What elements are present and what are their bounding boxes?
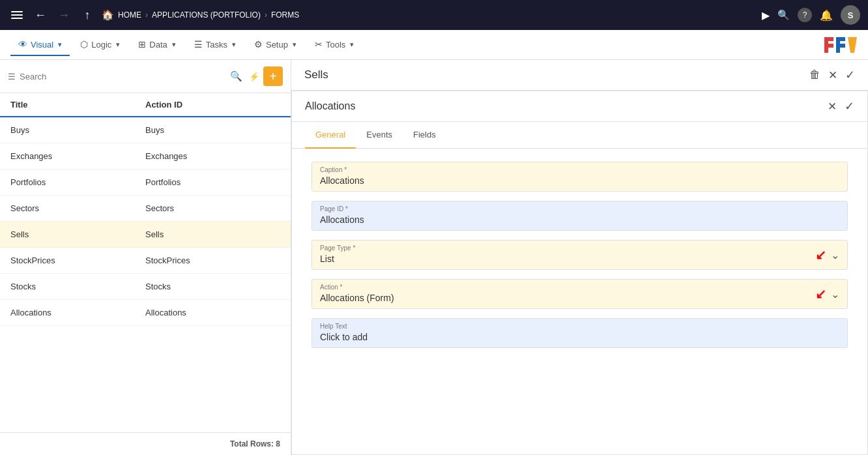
allocations-close-button[interactable]: ✕ <box>828 100 837 113</box>
row-action-id: Exchanges <box>145 151 280 161</box>
action-value: Allocations (Form) <box>320 293 394 303</box>
tools-dropdown-icon: ▾ <box>350 40 354 49</box>
tab-events-label: Events <box>366 130 392 139</box>
help-button[interactable]: ? <box>798 8 812 22</box>
list-item[interactable]: Exchanges Exchanges <box>0 143 291 169</box>
menu-button[interactable] <box>8 6 26 24</box>
avatar[interactable]: S <box>841 5 860 25</box>
search-icon: 🔍 <box>230 70 242 82</box>
tab-fields[interactable]: Fields <box>403 122 446 149</box>
confirm-button[interactable]: ✓ <box>845 68 855 82</box>
secondary-nav-tabs: 👁 Visual ▾ ⬡ Logic ▾ ⊞ Data ▾ ☰ Tasks ▾ … <box>10 34 362 55</box>
row-action-id: Sells <box>145 229 280 239</box>
tab-setup-label: Setup <box>266 40 288 50</box>
action-field[interactable]: Action * Allocations (Form) ⌄ ↙ <box>311 279 848 309</box>
tab-logic[interactable]: ⬡ Logic ▾ <box>72 34 128 56</box>
main-layout: ☰ 🔍 ⚡ + Title Action ID Buys Buys Exchan… <box>0 60 868 455</box>
forward-button[interactable]: → <box>55 6 73 24</box>
list-item[interactable]: Allocations Allocations <box>0 300 291 326</box>
caption-value: Allocations <box>320 175 364 186</box>
tab-data[interactable]: ⊞ Data ▾ <box>130 34 183 56</box>
close-button[interactable]: ✕ <box>828 68 837 82</box>
column-title: Title <box>10 100 145 110</box>
breadcrumb-sep-2: › <box>265 10 267 20</box>
flash-icon[interactable]: ⚡ <box>249 72 259 81</box>
row-title: Sectors <box>10 203 145 213</box>
help-text-value: Click to add <box>320 332 368 342</box>
tab-tasks[interactable]: ☰ Tasks ▾ <box>186 34 244 56</box>
play-button[interactable]: ▶ <box>762 9 770 22</box>
list-item[interactable]: Sectors Sectors <box>0 196 291 222</box>
app-label[interactable]: APPLICATIONS (PORTFOLIO) <box>152 10 261 20</box>
tab-general[interactable]: General <box>305 122 356 149</box>
top-nav-left: ← → ↑ 🏠 HOME › APPLICATIONS (PORTFOLIO) … <box>8 6 757 24</box>
tab-setup[interactable]: ⚙ Setup ▾ <box>246 34 304 56</box>
row-title: StockPrices <box>10 256 145 265</box>
tab-tools[interactable]: ✂ Tools ▾ <box>307 34 362 56</box>
five-logo: FIVE <box>822 36 858 54</box>
row-action-id: Sectors <box>145 203 280 213</box>
allocations-actions: ✕ ✓ <box>828 99 854 113</box>
sidebar: ☰ 🔍 ⚡ + Title Action ID Buys Buys Exchan… <box>0 60 291 455</box>
page-id-value: Allocations <box>320 214 364 225</box>
five-logo-svg: FIVE <box>822 36 858 54</box>
page-type-label: Page Type * <box>320 244 839 252</box>
add-button[interactable]: + <box>263 66 283 86</box>
red-arrow-indicator: ↙ <box>815 247 826 263</box>
up-button[interactable]: ↑ <box>78 6 96 24</box>
visual-icon: 👁 <box>18 39 27 50</box>
back-button[interactable]: ← <box>31 6 50 24</box>
list-item[interactable]: Buys Buys <box>0 117 291 143</box>
content-area: Sells 🗑 ✕ ✓ Allocations ✕ ✓ General <box>291 60 868 455</box>
sells-title: Sells <box>304 68 328 81</box>
page-type-field[interactable]: Page Type * List ⌄ ↙ <box>311 240 848 270</box>
help-text-label: Help Text <box>320 323 839 330</box>
search-button[interactable]: 🔍 <box>777 9 790 21</box>
forms-label[interactable]: FORMS <box>271 10 299 20</box>
allocations-confirm-button[interactable]: ✓ <box>845 99 854 113</box>
list-item[interactable]: StockPrices StockPrices <box>0 248 291 274</box>
setup-icon: ⚙ <box>254 39 263 50</box>
list-item[interactable]: Stocks Stocks <box>0 274 291 300</box>
tab-visual[interactable]: 👁 Visual ▾ <box>10 34 70 56</box>
panel-tabs: General Events Fields <box>292 122 867 149</box>
column-action-id: Action ID <box>145 100 280 110</box>
help-text-field[interactable]: Help Text Click to add <box>311 318 848 348</box>
caption-label: Caption * <box>320 166 839 173</box>
row-action-id: Allocations <box>145 308 280 317</box>
row-action-id: Stocks <box>145 282 280 291</box>
notifications-button[interactable]: 🔔 <box>820 9 833 22</box>
row-title: Sells <box>10 229 145 239</box>
tab-data-label: Data <box>149 40 167 50</box>
home-label[interactable]: HOME <box>118 10 141 20</box>
search-input[interactable] <box>20 72 226 81</box>
list-item[interactable]: Sells Sells <box>0 222 291 248</box>
tab-fields-label: Fields <box>413 130 436 139</box>
tasks-icon: ☰ <box>194 39 203 50</box>
logic-icon: ⬡ <box>80 39 88 50</box>
list-item[interactable]: Portfolios Portfolios <box>0 169 291 196</box>
page-id-field[interactable]: Page ID * Allocations <box>311 201 848 231</box>
caption-field[interactable]: Caption * Allocations <box>311 162 848 192</box>
tab-events[interactable]: Events <box>356 122 403 149</box>
page-type-dropdown-icon: ⌄ <box>831 249 839 261</box>
tab-logic-label: Logic <box>91 40 111 50</box>
sidebar-table-header: Title Action ID <box>0 93 291 117</box>
row-title: Exchanges <box>10 151 145 161</box>
row-title: Portfolios <box>10 177 145 187</box>
svg-marker-2 <box>848 37 857 53</box>
sidebar-search-bar: ☰ 🔍 ⚡ + <box>0 60 291 93</box>
sells-header-actions: 🗑 ✕ ✓ <box>809 68 855 82</box>
tab-tools-label: Tools <box>326 40 345 50</box>
data-icon: ⊞ <box>138 39 146 50</box>
delete-button[interactable]: 🗑 <box>809 68 820 81</box>
tools-icon: ✂ <box>315 39 323 50</box>
allocations-title: Allocations <box>305 100 355 112</box>
action-label: Action * <box>320 284 839 291</box>
logic-dropdown-icon: ▾ <box>116 40 120 49</box>
data-dropdown-icon: ▾ <box>172 40 176 49</box>
row-action-id: Portfolios <box>145 177 280 187</box>
filter-icon: ☰ <box>8 72 16 81</box>
tab-visual-label: Visual <box>31 40 53 50</box>
svg-marker-0 <box>824 37 833 53</box>
